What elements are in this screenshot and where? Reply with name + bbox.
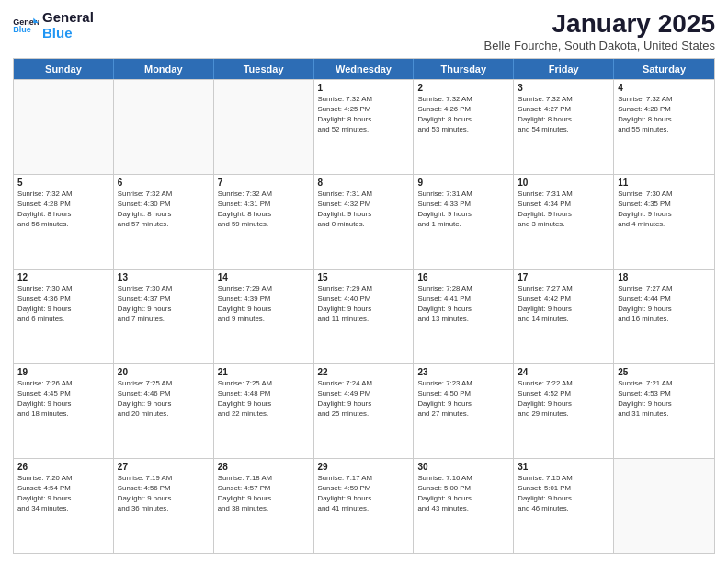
cell-line: Sunset: 4:30 PM bbox=[118, 200, 210, 210]
cell-line: Daylight: 9 hours bbox=[518, 304, 609, 315]
day-number: 31 bbox=[518, 462, 609, 472]
empty-cell bbox=[614, 459, 714, 553]
cell-line: Sunset: 4:46 PM bbox=[118, 389, 210, 399]
day-number: 2 bbox=[417, 83, 509, 93]
cell-line: and 16 minutes. bbox=[618, 315, 711, 325]
cell-line: and 29 minutes. bbox=[518, 409, 609, 419]
day-number: 19 bbox=[17, 367, 109, 377]
day-number: 7 bbox=[218, 178, 310, 188]
cell-line: Daylight: 9 hours bbox=[218, 494, 310, 504]
cell-line: Daylight: 8 hours bbox=[218, 210, 310, 220]
cell-line: Sunset: 4:45 PM bbox=[17, 389, 109, 399]
day-number: 14 bbox=[218, 272, 310, 282]
cell-line: Sunrise: 7:32 AM bbox=[17, 190, 109, 200]
cell-line: Sunset: 4:34 PM bbox=[518, 200, 609, 210]
day-of-week-wednesday: Wednesday bbox=[314, 59, 415, 79]
cell-line: Sunrise: 7:20 AM bbox=[17, 474, 109, 484]
cell-line: Daylight: 9 hours bbox=[618, 399, 711, 409]
day-cell-21: 21Sunrise: 7:25 AMSunset: 4:48 PMDayligh… bbox=[214, 364, 314, 458]
cell-line: Sunset: 4:53 PM bbox=[618, 389, 711, 399]
cell-line: Daylight: 8 hours bbox=[518, 115, 609, 125]
empty-cell bbox=[14, 80, 114, 174]
cell-line: and 27 minutes. bbox=[417, 409, 509, 419]
day-number: 18 bbox=[618, 272, 711, 282]
day-number: 6 bbox=[118, 178, 210, 188]
page: General Blue General Blue January 2025 B… bbox=[0, 0, 728, 563]
cell-line: Sunrise: 7:31 AM bbox=[318, 190, 410, 200]
cell-line: Daylight: 9 hours bbox=[218, 399, 310, 409]
cell-line: Sunset: 4:59 PM bbox=[318, 484, 410, 494]
cell-line: Sunset: 4:31 PM bbox=[218, 200, 310, 210]
cell-line: Sunset: 4:57 PM bbox=[218, 484, 310, 494]
cell-line: and 57 minutes. bbox=[118, 220, 210, 230]
day-number: 8 bbox=[318, 178, 410, 188]
day-cell-9: 9Sunrise: 7:31 AMSunset: 4:33 PMDaylight… bbox=[414, 175, 514, 269]
day-cell-14: 14Sunrise: 7:29 AMSunset: 4:39 PMDayligh… bbox=[214, 270, 314, 363]
cell-line: Sunrise: 7:26 AM bbox=[17, 379, 109, 389]
day-cell-22: 22Sunrise: 7:24 AMSunset: 4:49 PMDayligh… bbox=[314, 364, 415, 458]
cell-line: Sunset: 4:32 PM bbox=[318, 200, 410, 210]
cell-line: Sunrise: 7:30 AM bbox=[118, 284, 210, 294]
day-cell-25: 25Sunrise: 7:21 AMSunset: 4:53 PMDayligh… bbox=[614, 364, 714, 458]
day-of-week-tuesday: Tuesday bbox=[214, 59, 314, 79]
cell-line: Sunrise: 7:32 AM bbox=[318, 95, 410, 105]
cell-line: and 0 minutes. bbox=[318, 220, 410, 230]
cell-line: Sunrise: 7:21 AM bbox=[618, 379, 711, 389]
cell-line: and 59 minutes. bbox=[218, 220, 310, 230]
cell-line: Daylight: 9 hours bbox=[17, 304, 109, 315]
cell-line: and 9 minutes. bbox=[218, 315, 310, 325]
cell-line: Sunset: 4:26 PM bbox=[417, 105, 509, 115]
day-cell-29: 29Sunrise: 7:17 AMSunset: 4:59 PMDayligh… bbox=[314, 459, 415, 553]
cell-line: Daylight: 9 hours bbox=[417, 494, 509, 504]
cell-line: and 7 minutes. bbox=[118, 315, 210, 325]
cell-line: Sunset: 4:49 PM bbox=[318, 389, 410, 399]
day-number: 4 bbox=[618, 83, 711, 93]
day-number: 1 bbox=[318, 83, 410, 93]
cell-line: Daylight: 9 hours bbox=[318, 304, 410, 315]
cell-line: Sunset: 4:56 PM bbox=[118, 484, 210, 494]
cell-line: Daylight: 9 hours bbox=[17, 494, 109, 504]
empty-cell bbox=[214, 80, 314, 174]
cell-line: Sunset: 4:28 PM bbox=[618, 105, 711, 115]
day-cell-11: 11Sunrise: 7:30 AMSunset: 4:35 PMDayligh… bbox=[614, 175, 714, 269]
day-cell-30: 30Sunrise: 7:16 AMSunset: 5:00 PMDayligh… bbox=[414, 459, 514, 553]
cell-line: and 55 minutes. bbox=[618, 125, 711, 135]
cell-line: Daylight: 9 hours bbox=[417, 304, 509, 315]
cell-line: Sunrise: 7:27 AM bbox=[518, 284, 609, 294]
day-number: 9 bbox=[417, 178, 509, 188]
day-cell-10: 10Sunrise: 7:31 AMSunset: 4:34 PMDayligh… bbox=[514, 175, 614, 269]
cell-line: Sunrise: 7:22 AM bbox=[518, 379, 609, 389]
cell-line: Daylight: 8 hours bbox=[318, 115, 410, 125]
cell-line: Sunset: 4:25 PM bbox=[318, 105, 410, 115]
cell-line: and 34 minutes. bbox=[17, 504, 109, 514]
empty-cell bbox=[114, 80, 214, 174]
cell-line: Sunrise: 7:30 AM bbox=[17, 284, 109, 294]
day-number: 30 bbox=[417, 462, 509, 472]
cell-line: Sunrise: 7:15 AM bbox=[518, 474, 609, 484]
cell-line: Sunrise: 7:29 AM bbox=[218, 284, 310, 294]
title-section: January 2025 Belle Fourche, South Dakota… bbox=[484, 9, 715, 52]
cell-line: Sunrise: 7:32 AM bbox=[618, 95, 711, 105]
day-cell-27: 27Sunrise: 7:19 AMSunset: 4:56 PMDayligh… bbox=[114, 459, 214, 553]
cell-line: and 54 minutes. bbox=[518, 125, 609, 135]
cell-line: and 41 minutes. bbox=[318, 504, 410, 514]
cell-line: Daylight: 9 hours bbox=[118, 399, 210, 409]
day-number: 23 bbox=[417, 367, 509, 377]
day-number: 11 bbox=[618, 178, 711, 188]
cell-line: Sunrise: 7:24 AM bbox=[318, 379, 410, 389]
cell-line: Sunset: 5:00 PM bbox=[417, 484, 509, 494]
day-cell-12: 12Sunrise: 7:30 AMSunset: 4:36 PMDayligh… bbox=[14, 270, 114, 363]
cell-line: and 13 minutes. bbox=[417, 315, 509, 325]
day-cell-20: 20Sunrise: 7:25 AMSunset: 4:46 PMDayligh… bbox=[114, 364, 214, 458]
day-cell-15: 15Sunrise: 7:29 AMSunset: 4:40 PMDayligh… bbox=[314, 270, 415, 363]
cell-line: Sunrise: 7:32 AM bbox=[417, 95, 509, 105]
cell-line: Daylight: 8 hours bbox=[618, 115, 711, 125]
cell-line: Daylight: 8 hours bbox=[17, 210, 109, 220]
day-cell-2: 2Sunrise: 7:32 AMSunset: 4:26 PMDaylight… bbox=[414, 80, 514, 174]
day-cell-26: 26Sunrise: 7:20 AMSunset: 4:54 PMDayligh… bbox=[14, 459, 114, 553]
cell-line: and 22 minutes. bbox=[218, 409, 310, 419]
cell-line: and 43 minutes. bbox=[417, 504, 509, 514]
cell-line: Daylight: 9 hours bbox=[218, 304, 310, 315]
cell-line: Sunset: 4:27 PM bbox=[518, 105, 609, 115]
cell-line: Daylight: 9 hours bbox=[618, 304, 711, 315]
